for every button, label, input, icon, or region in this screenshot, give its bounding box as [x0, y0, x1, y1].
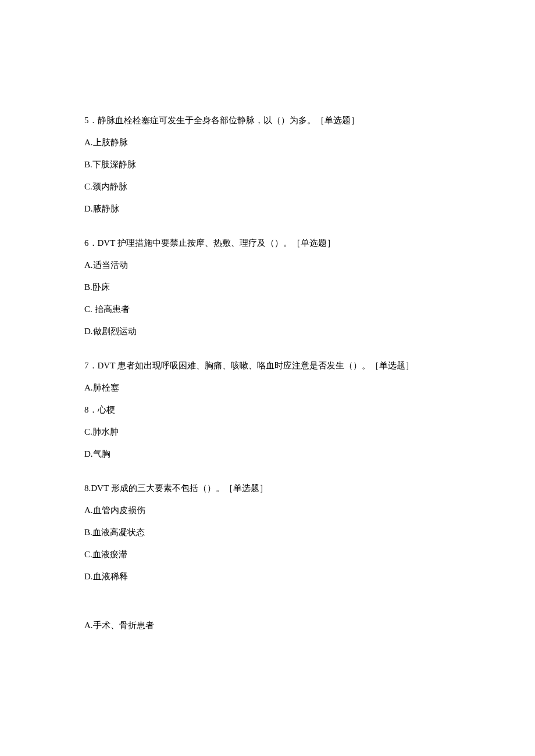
option-label: C.: [84, 550, 92, 559]
option-text: 适当活动: [93, 260, 128, 270]
option-text: 上肢静脉: [93, 138, 128, 147]
option-c: C.颈内静脉: [84, 180, 451, 194]
option-c: C.血液瘀滞: [84, 547, 451, 561]
question-5: 5．静脉血栓栓塞症可发生于全身各部位静脉，以（）为多。［单选题］ A.上肢静脉 …: [84, 113, 451, 216]
option-label: D.: [84, 204, 93, 213]
option-label: C.: [84, 427, 92, 436]
option-label: B.: [84, 528, 92, 537]
option-text: 肺栓塞: [93, 383, 119, 392]
option-label: B.: [84, 282, 92, 292]
option-a: A.血管内皮损伤: [84, 503, 451, 517]
option-b: B.下肢深静脉: [84, 157, 451, 171]
option-label: A.: [84, 506, 93, 515]
option-text: 卧床: [92, 282, 110, 292]
question-body: DVT 形成的三大要素不包括（）。［单选题］: [91, 483, 268, 493]
option-c: C. 抬高患者: [84, 302, 451, 316]
question-text: 5．静脉血栓栓塞症可发生于全身各部位静脉，以（）为多。［单选题］: [84, 113, 451, 127]
question-text: 6．DVT 护理措施中要禁止按摩、热敷、理疗及（）。［单选题］: [84, 236, 451, 250]
question-number: 7: [84, 361, 89, 370]
option-text: 做剧烈运动: [93, 327, 137, 336]
question-number: 6: [84, 238, 89, 248]
question-body: ．DVT 患者如出现呼吸困难、胸痛、咳嗽、咯血时应注意是否发生（）。［单选题］: [89, 361, 414, 370]
option-label: D.: [84, 572, 93, 581]
option-d: D.气胸: [84, 447, 451, 461]
option-text: 腋静脉: [93, 204, 119, 213]
option-a: A.适当活动: [84, 258, 451, 272]
option-a: A.上肢静脉: [84, 135, 451, 149]
option-label: A.: [84, 621, 93, 630]
option-label: 8: [84, 405, 89, 414]
option-label: A.: [84, 138, 93, 147]
option-label: B.: [84, 160, 92, 169]
option-b: 8．心梗: [84, 403, 451, 417]
option-text: 气胸: [93, 449, 110, 458]
option-text: 手术、骨折患者: [93, 621, 154, 630]
option-label: D.: [84, 449, 93, 458]
option-text: 肺水肿: [92, 427, 119, 436]
option-label: A.: [84, 260, 93, 270]
option-text: 血液高凝状态: [92, 528, 145, 537]
option-text: 抬高患者: [95, 304, 130, 314]
question-6: 6．DVT 护理措施中要禁止按摩、热敷、理疗及（）。［单选题］ A.适当活动 B…: [84, 236, 451, 338]
option-d: D.腋静脉: [84, 202, 451, 216]
question-body: ．DVT 护理措施中要禁止按摩、热敷、理疗及（）。［单选题］: [89, 238, 336, 248]
option-label: C.: [84, 182, 92, 191]
option-d: D.做剧烈运动: [84, 324, 451, 338]
option-text: 下肢深静脉: [92, 160, 136, 169]
option-b: B.卧床: [84, 280, 451, 294]
option-text: 颈内静脉: [92, 182, 127, 191]
option-label: A.: [84, 383, 93, 392]
option-text: ．心梗: [89, 405, 115, 414]
question-body: ．静脉血栓栓塞症可发生于全身各部位静脉，以（）为多。［单选题］: [89, 116, 359, 125]
option-a: A.肺栓塞: [84, 381, 451, 395]
option-d: D.血液稀释: [84, 569, 451, 583]
question-8: 8.DVT 形成的三大要素不包括（）。［单选题］ A.血管内皮损伤 B.血液高凝…: [84, 481, 451, 583]
question-text: 8.DVT 形成的三大要素不包括（）。［单选题］: [84, 481, 451, 495]
question-number: 8.: [84, 483, 91, 493]
question-text: 7．DVT 患者如出现呼吸困难、胸痛、咳嗽、咯血时应注意是否发生（）。［单选题］: [84, 359, 451, 372]
option-label: D.: [84, 327, 93, 336]
option-text: 血管内皮损伤: [93, 506, 145, 515]
option-label: C.: [84, 304, 95, 314]
option-text: 血液瘀滞: [92, 550, 127, 559]
question-7: 7．DVT 患者如出现呼吸困难、胸痛、咳嗽、咯血时应注意是否发生（）。［单选题］…: [84, 359, 451, 461]
option-text: 血液稀释: [93, 572, 128, 581]
orphan-option-a: A.手术、骨折患者: [84, 618, 451, 632]
option-c: C.肺水肿: [84, 425, 451, 439]
question-number: 5: [84, 116, 89, 125]
option-b: B.血液高凝状态: [84, 525, 451, 539]
